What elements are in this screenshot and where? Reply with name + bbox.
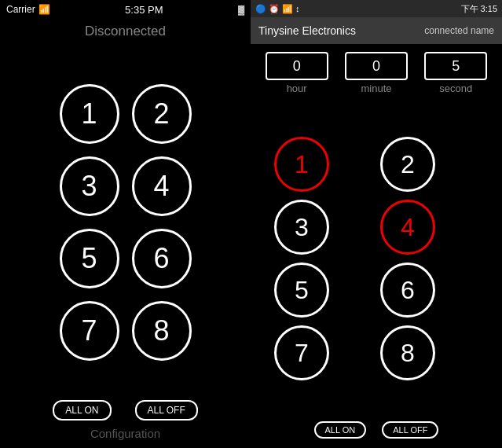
- timer-minute-label: minute: [361, 83, 391, 94]
- android-action-row: ALL ON ALL OFF: [251, 421, 502, 439]
- ios-btn-2[interactable]: 2: [132, 84, 192, 144]
- android-numpad: 12345678: [251, 96, 502, 421]
- android-panel: 🔵 ⏰ 📶 ↕ 下午 3:15 Tinysine Electronics con…: [251, 0, 502, 448]
- signal-bars-icon: 📶: [282, 4, 293, 14]
- ios-status-left: Carrier 📶: [6, 4, 50, 15]
- android-btn-6[interactable]: 6: [380, 263, 435, 318]
- android-time: 下午 3:15: [461, 3, 497, 15]
- android-btn-8[interactable]: 8: [380, 325, 435, 380]
- timer-hour-label: hour: [287, 83, 307, 94]
- ios-all-on-button[interactable]: ALL ON: [53, 400, 111, 420]
- carrier-label: Carrier: [6, 4, 35, 15]
- android-btn-4[interactable]: 4: [380, 200, 435, 255]
- battery-icon: ▓: [238, 5, 244, 14]
- wifi-icon: 📶: [38, 4, 50, 15]
- timer-minute-col: minute: [345, 52, 408, 94]
- ios-time: 5:35 PM: [125, 4, 163, 16]
- ios-all-off-button[interactable]: ALL OFF: [135, 400, 198, 420]
- ios-btn-4[interactable]: 4: [132, 156, 192, 216]
- android-status-bar: 🔵 ⏰ 📶 ↕ 下午 3:15: [251, 0, 502, 17]
- android-status-right: 下午 3:15: [461, 3, 497, 15]
- ios-btn-1[interactable]: 1: [60, 84, 119, 144]
- android-btn-2[interactable]: 2: [380, 137, 435, 192]
- ios-status-right: ▓: [238, 5, 244, 14]
- ios-panel: Carrier 📶 5:35 PM ▓ Disconnected 1 2 3 4…: [0, 0, 251, 448]
- timer-second-label: second: [439, 83, 472, 94]
- timer-hour-input[interactable]: [266, 52, 328, 80]
- android-btn-1[interactable]: 1: [274, 137, 329, 192]
- bt-icon: 🔵: [255, 4, 266, 14]
- android-status-icons: 🔵 ⏰ 📶 ↕: [255, 4, 300, 14]
- ios-status-bar: Carrier 📶 5:35 PM ▓: [0, 0, 251, 19]
- connected-name-label: connected name: [424, 25, 494, 36]
- app-name-label: Tinysine Electronics: [258, 24, 356, 37]
- ios-btn-8[interactable]: 8: [132, 301, 192, 361]
- ios-action-row: ALL ON ALL OFF: [53, 400, 197, 420]
- data-icon: ↕: [295, 4, 300, 13]
- android-btn-7[interactable]: 7: [274, 325, 329, 380]
- ios-btn-6[interactable]: 6: [132, 229, 192, 288]
- android-btn-5[interactable]: 5: [274, 263, 329, 318]
- ios-btn-3[interactable]: 3: [60, 156, 119, 216]
- timer-section: hour minute second: [251, 44, 502, 96]
- ios-btn-5[interactable]: 5: [60, 229, 119, 288]
- android-btn-3[interactable]: 3: [274, 200, 329, 255]
- android-all-off-button[interactable]: ALL OFF: [382, 421, 438, 439]
- timer-minute-input[interactable]: [345, 52, 408, 80]
- ios-numpad: 1 2 3 4 5 6 7 8: [36, 44, 215, 400]
- ios-btn-7[interactable]: 7: [60, 301, 119, 361]
- timer-second-col: second: [424, 52, 487, 94]
- timer-hour-col: hour: [266, 52, 328, 94]
- timer-second-input[interactable]: [424, 52, 487, 80]
- ios-footer-label: Configuration: [90, 427, 160, 440]
- android-all-on-button[interactable]: ALL ON: [314, 421, 367, 439]
- connection-status: Disconnected: [0, 19, 251, 44]
- alarm-icon: ⏰: [269, 4, 280, 14]
- android-title-bar: Tinysine Electronics connected name: [251, 17, 502, 44]
